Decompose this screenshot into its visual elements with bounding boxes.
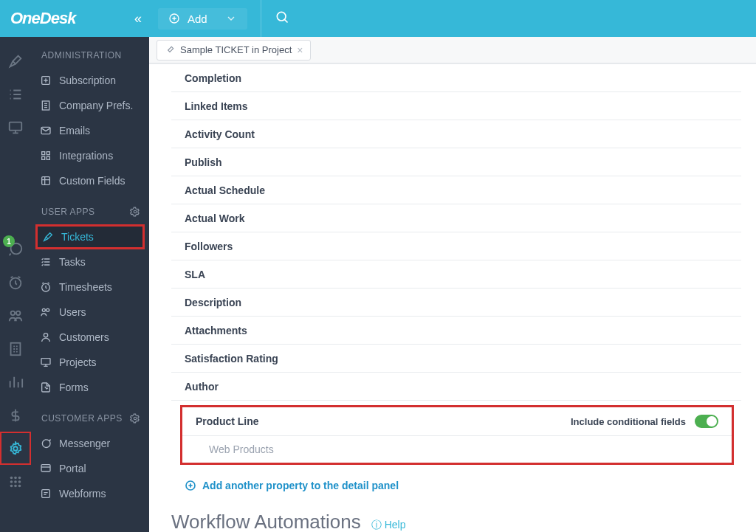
field-author[interactable]: Author [171, 373, 741, 401]
nav-portal[interactable]: Portal [31, 456, 149, 481]
add-property-button[interactable]: Add another property to the detail panel [149, 469, 756, 502]
svg-point-27 [44, 334, 47, 337]
topbar: Add [149, 0, 756, 37]
field-web-products[interactable]: Web Products [182, 436, 732, 463]
field-attachments[interactable]: Attachments [171, 317, 741, 345]
close-icon[interactable]: × [297, 44, 303, 56]
nav-label: Webforms [59, 488, 106, 500]
content: Completion Linked Items Activity Count P… [149, 63, 756, 532]
nav-integrations[interactable]: Integrations [31, 143, 149, 168]
nav-tasks[interactable]: Tasks [31, 249, 149, 274]
nav-label: Projects [59, 356, 97, 368]
plus-circle-icon [168, 13, 180, 24]
nav-forms[interactable]: Forms [31, 375, 149, 400]
rail-users-icon[interactable] [0, 299, 31, 332]
section-customer-apps: CUSTOMER APPS [31, 400, 149, 431]
rail-pin-icon[interactable] [0, 44, 31, 77]
svg-point-9 [10, 480, 13, 483]
nav-emails[interactable]: Emails [31, 118, 149, 143]
header-strip: OneDesk « [0, 0, 149, 37]
collapse-sidebar-button[interactable]: « [134, 11, 142, 27]
field-completion[interactable]: Completion [171, 64, 741, 92]
chevron-down-icon [225, 13, 237, 24]
svg-point-33 [277, 12, 286, 21]
svg-point-13 [14, 484, 17, 487]
rail-clock-icon[interactable] [0, 266, 31, 299]
nav-label: Portal [59, 463, 86, 474]
svg-point-29 [134, 417, 137, 420]
field-sla[interactable]: SLA [171, 260, 741, 289]
nav-webforms[interactable]: Webforms [31, 481, 149, 506]
nav-label: Timesheets [59, 281, 112, 293]
nav-custom-fields[interactable]: Custom Fields [31, 168, 149, 193]
section-administration: ADMINISTRATION [31, 37, 149, 68]
field-followers[interactable]: Followers [171, 232, 741, 260]
field-publish[interactable]: Publish [171, 148, 741, 176]
field-product-line[interactable]: Product Line Include conditional fields [182, 407, 732, 436]
svg-point-3 [16, 311, 20, 315]
svg-point-11 [18, 480, 21, 483]
tab-strip: Sample TICKET in Project × [149, 37, 756, 63]
conditional-label: Include conditional fields [571, 416, 686, 427]
nav-customers[interactable]: Customers [31, 325, 149, 350]
field-description[interactable]: Description [171, 289, 741, 317]
nav-tickets[interactable]: Tickets [35, 224, 145, 249]
nav-timesheets[interactable]: Timesheets [31, 274, 149, 300]
field-linked-items[interactable]: Linked Items [171, 92, 741, 120]
rail-building-icon[interactable] [0, 332, 31, 365]
nav-subscription[interactable]: Subscription [31, 68, 149, 93]
nav-label: Company Prefs. [59, 100, 133, 111]
rail-monitor-icon[interactable] [0, 111, 31, 144]
gear-icon[interactable] [130, 413, 140, 424]
field-activity-count[interactable]: Activity Count [171, 120, 741, 148]
nav-label: Subscription [59, 75, 116, 86]
add-label: Add [188, 13, 207, 25]
nav-company-prefs[interactable]: Company Prefs. [31, 93, 149, 118]
svg-point-2 [11, 311, 15, 315]
nav-label: Emails [59, 125, 90, 137]
svg-point-12 [10, 484, 13, 487]
svg-point-5 [13, 446, 18, 451]
svg-point-6 [10, 476, 13, 479]
pin-icon [165, 45, 175, 55]
nav-label: Customers [59, 331, 109, 343]
field-satisfaction-rating[interactable]: Satisfaction Rating [171, 345, 741, 373]
nav-users[interactable]: Users [31, 300, 149, 325]
conditional-toggle[interactable] [695, 415, 718, 428]
svg-point-10 [14, 480, 17, 483]
svg-rect-30 [41, 465, 50, 471]
rail-settings-icon[interactable] [0, 432, 31, 465]
icon-rail: 1 [0, 0, 31, 532]
nav-label: Tickets [61, 231, 94, 243]
field-actual-schedule[interactable]: Actual Schedule [171, 176, 741, 204]
search-button[interactable] [275, 10, 289, 27]
tab-title: Sample TICKET in Project [180, 44, 292, 55]
rail-grid-icon[interactable] [0, 465, 31, 498]
svg-rect-4 [11, 342, 21, 355]
divider [261, 0, 261, 37]
svg-rect-28 [41, 359, 50, 365]
svg-rect-0 [10, 122, 22, 130]
section-user-apps: USER APPS [31, 193, 149, 224]
nav-label: Forms [59, 381, 89, 393]
svg-rect-22 [42, 177, 50, 185]
rail-dollar-icon[interactable] [0, 398, 31, 432]
add-button[interactable]: Add [158, 8, 247, 30]
svg-point-23 [134, 210, 137, 213]
rail-chart-icon[interactable] [0, 365, 31, 398]
nav-label: Tasks [59, 256, 86, 268]
nav-label: Custom Fields [59, 175, 125, 187]
field-actual-work[interactable]: Actual Work [171, 204, 741, 232]
rail-chat-icon[interactable]: 1 [0, 232, 31, 266]
tab-sample-ticket[interactable]: Sample TICKET in Project × [157, 40, 311, 61]
help-link[interactable]: ⓘ Help [371, 519, 406, 532]
nav-messenger[interactable]: Messenger [31, 431, 149, 456]
svg-rect-19 [47, 152, 49, 155]
sidebar: OneDesk « ADMINISTRATION Subscription Co… [31, 0, 149, 532]
rail-list-icon[interactable] [0, 77, 31, 111]
gear-icon[interactable] [130, 207, 140, 217]
svg-point-14 [18, 484, 21, 487]
main: Add Sample TICKET in Project × Completio… [149, 0, 756, 532]
nav-projects[interactable]: Projects [31, 350, 149, 375]
svg-point-26 [47, 308, 49, 311]
